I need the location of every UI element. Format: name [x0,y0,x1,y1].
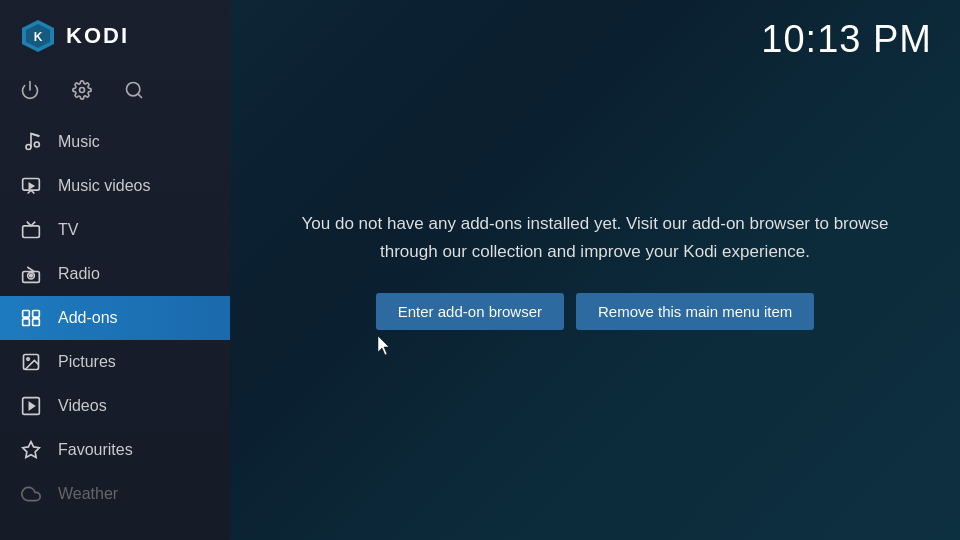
sidebar-item-favourites-label: Favourites [58,441,133,459]
remove-menu-item-button[interactable]: Remove this main menu item [576,293,814,330]
enter-addon-browser-button[interactable]: Enter add-on browser [376,293,564,330]
svg-point-8 [34,142,39,147]
power-icon[interactable] [16,76,44,104]
sidebar-item-music[interactable]: Music [0,120,230,164]
svg-rect-19 [23,319,30,326]
app-title: KODI [66,23,129,49]
radio-icon [20,263,42,285]
sidebar-item-videos[interactable]: Videos [0,384,230,428]
sidebar-item-weather-label: Weather [58,485,118,503]
music-videos-icon [20,175,42,197]
svg-marker-24 [23,442,40,458]
main-content: 10:13 PM You do not have any add-ons ins… [230,0,960,540]
sidebar-toolbar [0,72,230,120]
videos-icon [20,395,42,417]
sidebar-item-tv[interactable]: TV [0,208,230,252]
svg-marker-11 [29,184,33,189]
buttons-row: Enter add-on browser Remove this main me… [376,293,815,330]
weather-icon [20,483,42,505]
content-area: You do not have any add-ons installed ye… [255,190,935,349]
svg-line-9 [31,134,39,137]
svg-line-6 [138,94,142,98]
sidebar-item-pictures[interactable]: Pictures [0,340,230,384]
favourites-icon [20,439,42,461]
clock: 10:13 PM [761,18,932,61]
sidebar-item-add-ons-label: Add-ons [58,309,118,327]
settings-icon[interactable] [68,76,96,104]
sidebar-item-videos-label: Videos [58,397,107,415]
svg-marker-23 [29,403,34,410]
pictures-icon [20,351,42,373]
svg-rect-18 [33,319,40,326]
kodi-logo-icon: K [20,18,56,54]
sidebar-item-radio[interactable]: Radio [0,252,230,296]
info-text: You do not have any add-ons installed ye… [275,210,915,264]
tv-icon [20,219,42,241]
sidebar-item-pictures-label: Pictures [58,353,116,371]
svg-rect-16 [23,311,30,318]
sidebar: K KODI [0,0,230,540]
sidebar-item-add-ons[interactable]: Add-ons [0,296,230,340]
sidebar-item-tv-label: TV [58,221,78,239]
add-ons-icon [20,307,42,329]
svg-point-4 [80,88,85,93]
svg-text:K: K [34,30,43,44]
svg-rect-17 [33,311,40,318]
music-icon [20,131,42,153]
sidebar-item-radio-label: Radio [58,265,100,283]
search-icon[interactable] [120,76,148,104]
sidebar-item-music-videos[interactable]: Music videos [0,164,230,208]
sidebar-item-music-videos-label: Music videos [58,177,150,195]
sidebar-nav: Music Music videos TV [0,120,230,540]
sidebar-item-favourites[interactable]: Favourites [0,428,230,472]
sidebar-header: K KODI [0,0,230,72]
sidebar-item-music-label: Music [58,133,100,151]
svg-point-21 [27,358,29,361]
sidebar-item-weather[interactable]: Weather [0,472,230,516]
svg-point-15 [30,274,33,277]
svg-rect-12 [23,226,40,238]
